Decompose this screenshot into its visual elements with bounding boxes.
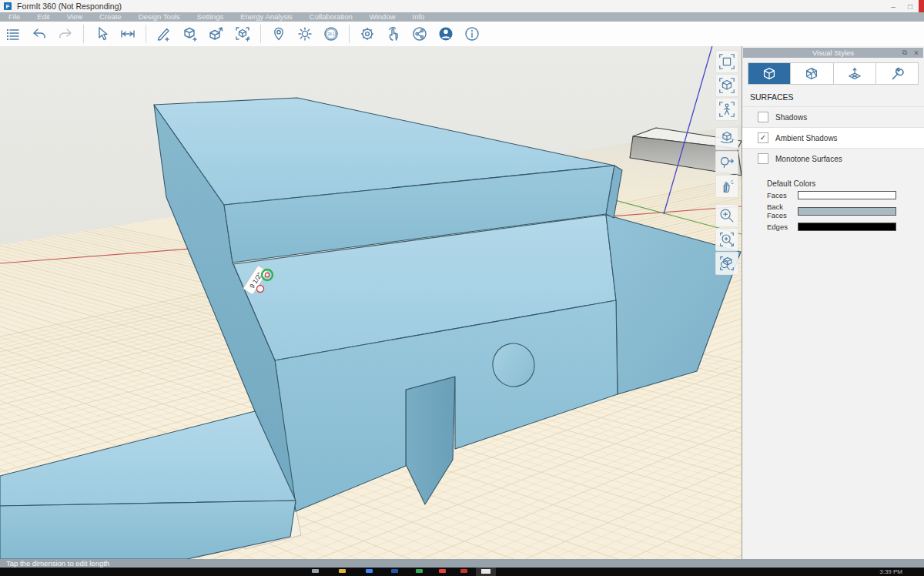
group-tool-button[interactable]: [231, 23, 254, 45]
touch-hand-icon: [385, 25, 402, 42]
taskbar-active-app[interactable]: [476, 568, 496, 576]
create-box-button[interactable]: [179, 23, 202, 45]
share-button[interactable]: [408, 23, 431, 45]
option-monotone-surfaces[interactable]: Monotone Surfaces: [742, 149, 924, 169]
tab-wireframe-style[interactable]: [791, 63, 833, 84]
menu-edit[interactable]: Edit: [28, 12, 58, 22]
snap-point-marker: [257, 286, 264, 293]
snap-target-dot: [265, 273, 269, 276]
back-faces-color-row: Back Faces: [767, 203, 924, 219]
cube-plus-icon: [182, 25, 199, 42]
back-faces-color-swatch[interactable]: [798, 207, 896, 216]
main-toolbar: 19.1: [0, 22, 924, 47]
pan-object-icon: [718, 153, 736, 172]
model-viewport[interactable]: 9 1/2": [0, 46, 742, 559]
fit-model-cube-icon: [718, 76, 736, 95]
dimension-tool-button[interactable]: [116, 23, 139, 45]
zoom-window-icon: [718, 230, 736, 249]
account-button[interactable]: [434, 23, 457, 45]
sun-icon: [296, 25, 313, 42]
option-label: Ambient Shadows: [775, 134, 838, 142]
main-menu-button[interactable]: [2, 23, 25, 45]
fit-selection-icon: [718, 52, 736, 71]
taskbar-icon[interactable]: [460, 569, 467, 573]
default-colors-title: Default Colors: [767, 179, 924, 188]
tab-environment-style[interactable]: [834, 63, 876, 84]
draw-tool-button[interactable]: [152, 23, 176, 45]
redo-button[interactable]: [54, 23, 77, 45]
fit-model-button[interactable]: [715, 74, 738, 97]
panel-title: Visual Styles: [766, 49, 900, 57]
close-button[interactable]: [919, 0, 924, 12]
undo-button[interactable]: [28, 23, 51, 45]
taskbar-icon[interactable]: [366, 569, 373, 573]
maximize-button[interactable]: □: [902, 0, 919, 12]
taskbar-icon[interactable]: [391, 569, 398, 573]
toolbar-separator: [83, 25, 84, 43]
menu-settings[interactable]: Settings: [189, 12, 232, 22]
option-shadows[interactable]: Shadows: [742, 107, 924, 127]
scale-badge-button[interactable]: 19.1: [320, 23, 343, 45]
taskbar-icon[interactable]: [439, 569, 446, 573]
location-pin-icon: [270, 25, 287, 42]
shadows-button[interactable]: [293, 23, 316, 45]
pan-object-button[interactable]: [715, 151, 738, 174]
taskbar-icon[interactable]: [339, 569, 346, 573]
select-tool-button[interactable]: [90, 23, 113, 45]
tab-surface-style[interactable]: [748, 63, 791, 84]
orbit-button[interactable]: [715, 127, 738, 150]
taskbar-clock: 3:39 PM: [879, 568, 902, 575]
toolbar-separator: [260, 25, 261, 43]
menu-create[interactable]: Create: [91, 12, 130, 22]
grid-axis-icon: [846, 65, 863, 82]
menu-view[interactable]: View: [59, 12, 91, 22]
tab-style-settings[interactable]: [876, 63, 918, 84]
zoom-in-icon: [718, 206, 736, 225]
fit-selection-button[interactable]: [715, 50, 738, 73]
share-icon: [411, 25, 428, 42]
taskbar-icon[interactable]: [416, 569, 423, 573]
svg-text:19.1: 19.1: [328, 32, 335, 36]
menu-info[interactable]: Info: [404, 12, 434, 22]
faces-color-row: Faces: [767, 191, 924, 199]
zoom-extents-icon: [718, 254, 736, 273]
app-logo-icon: F: [4, 2, 12, 10]
dock-icon[interactable]: ⧉: [900, 49, 909, 57]
shadows-checkbox[interactable]: [758, 112, 768, 122]
option-ambient-shadows[interactable]: ✓ Ambient Shadows: [742, 127, 924, 149]
pan-hand-button[interactable]: [715, 175, 738, 198]
menu-energy-analysis[interactable]: Energy Analysis: [232, 12, 301, 22]
minimize-button[interactable]: –: [885, 0, 902, 12]
menu-collaboration[interactable]: Collaboration: [301, 12, 361, 22]
settings-button[interactable]: [356, 23, 379, 45]
zoom-window-button[interactable]: [715, 228, 738, 251]
taskbar-icon[interactable]: [312, 569, 319, 573]
visual-styles-panel: xx Visual Styles ⧉ ✕ SURFACES Sh: [742, 46, 924, 559]
windows-taskbar[interactable]: 3:39 PM: [0, 568, 924, 576]
extrude-tool-button[interactable]: [205, 23, 228, 45]
touch-input-button[interactable]: [382, 23, 405, 45]
edges-color-swatch[interactable]: [798, 223, 896, 231]
zoom-extents-button[interactable]: [715, 252, 738, 275]
model-canvas[interactable]: 9 1/2": [0, 46, 742, 559]
ambient-shadows-checkbox[interactable]: ✓: [758, 132, 768, 143]
location-button[interactable]: [267, 23, 290, 45]
menu-bar: File Edit View Create Design Tools Setti…: [0, 12, 924, 22]
faces-color-swatch[interactable]: [798, 191, 896, 199]
menu-file[interactable]: File: [0, 12, 28, 22]
menu-design-tools[interactable]: Design Tools: [130, 12, 189, 22]
panel-header: xx Visual Styles ⧉ ✕: [743, 48, 923, 58]
status-bar: Tap the dimension to edit length: [0, 559, 924, 568]
view-navigation-toolbar: [715, 49, 738, 276]
undo-icon: [31, 25, 48, 42]
info-icon: [464, 25, 480, 42]
toolbar-separator: [146, 25, 146, 43]
zoom-in-button[interactable]: [715, 204, 738, 227]
walkthrough-button[interactable]: [715, 98, 738, 121]
menu-window[interactable]: Window: [361, 12, 404, 22]
close-icon[interactable]: ✕: [912, 49, 921, 57]
cursor-icon: [93, 25, 110, 42]
edges-color-row: Edges: [767, 223, 924, 231]
monotone-surfaces-checkbox[interactable]: [758, 153, 768, 164]
info-button[interactable]: [460, 23, 484, 45]
